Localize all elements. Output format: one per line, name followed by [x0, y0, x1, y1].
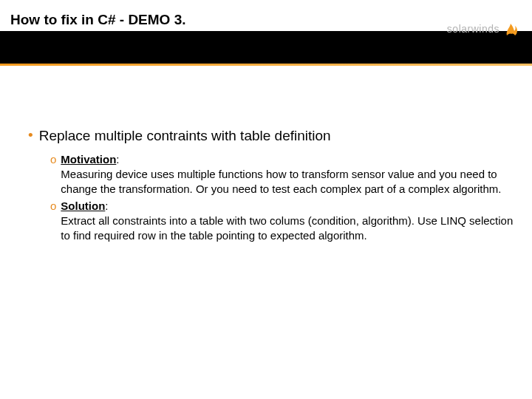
bullet-dot: •	[28, 127, 33, 145]
bullet-level2-motivation: o Motivation: Measuring device uses mult…	[50, 152, 516, 197]
main-point-text: Replace multiple contraints with table d…	[39, 127, 331, 145]
logo: solarwinds	[447, 21, 519, 37]
slide-title: How to fix in C# - DEMO 3.	[10, 12, 186, 28]
solution-label: Solution	[61, 200, 105, 212]
bullet-level2-solution: o Solution: Extract all constraints into…	[50, 199, 516, 244]
open-bullet: o	[50, 199, 56, 244]
solution-block: Solution: Extract all constraints into a…	[61, 199, 513, 244]
logo-text: solarwinds	[447, 23, 499, 35]
slide-body: • Replace multiple contraints with table…	[28, 127, 516, 245]
solution-body: Extract all constraints into a table wit…	[61, 214, 513, 242]
open-bullet: o	[50, 152, 56, 197]
motivation-label: Motivation	[61, 153, 116, 166]
accent-bar	[0, 64, 532, 66]
motivation-body: Measuring device uses multiple functions…	[61, 168, 501, 195]
motivation-block: Motivation: Measuring device uses multip…	[61, 152, 513, 197]
colon: :	[116, 153, 119, 166]
slide: How to fix in C# - DEMO 3. solarwinds • …	[0, 0, 532, 399]
colon: :	[105, 200, 108, 212]
flame-icon	[504, 21, 519, 37]
bullet-level1: • Replace multiple contraints with table…	[28, 127, 516, 145]
